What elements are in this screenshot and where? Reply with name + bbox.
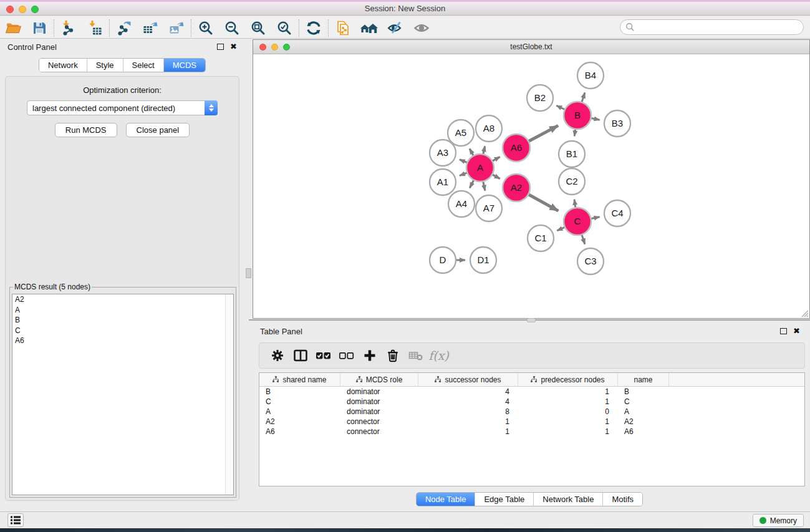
table-cell[interactable]: 1 [518, 397, 618, 406]
float-panel-icon[interactable] [780, 328, 787, 334]
table-cell[interactable]: A2 [259, 417, 340, 426]
table-cell[interactable]: C [618, 397, 669, 406]
run-mcds-button[interactable]: Run MCDS [55, 123, 117, 137]
graph-node-B3[interactable]: B3 [604, 110, 630, 137]
column-header-predecessor-nodes[interactable]: predecessor nodes [518, 373, 618, 386]
graph-node-A8[interactable]: A8 [476, 115, 502, 142]
select-all-button[interactable] [312, 345, 335, 366]
search-input[interactable] [635, 21, 803, 34]
graph-node-B1[interactable]: B1 [559, 141, 585, 167]
mcds-result-item[interactable]: A6 [12, 336, 233, 346]
table-cell[interactable]: A6 [259, 427, 340, 436]
export-network-button[interactable] [111, 18, 137, 38]
vertical-splitter-grip[interactable] [246, 268, 251, 278]
table-row[interactable]: Adominator80A [259, 407, 804, 417]
horizontal-splitter-grip[interactable] [527, 318, 536, 322]
mcds-result-item[interactable]: A [12, 305, 233, 316]
import-network-button[interactable] [55, 18, 82, 38]
table-cell[interactable]: connector [340, 417, 418, 426]
table-cell[interactable]: A6 [618, 427, 669, 436]
table-cell[interactable]: 8 [418, 407, 518, 416]
delete-columns-button[interactable] [381, 345, 404, 366]
table-cell[interactable]: dominator [340, 397, 418, 406]
minimize-window-button[interactable] [19, 6, 26, 13]
network-canvas[interactable]: B4B2BB3A5A8A6B1A3AA1C2A2A4A7C4CC1C3DD1 [253, 54, 809, 318]
table-cell[interactable]: A2 [618, 417, 669, 426]
zoom-selected-button[interactable] [271, 18, 297, 38]
mcds-result-item[interactable]: B [12, 315, 233, 326]
graph-node-D1[interactable]: D1 [470, 247, 496, 273]
graph-node-A5[interactable]: A5 [448, 120, 474, 146]
close-view-button[interactable] [259, 44, 266, 51]
memory-button[interactable]: Memory [753, 514, 804, 527]
table-cell[interactable]: A [618, 407, 669, 416]
split-view-button[interactable] [289, 345, 312, 366]
graph-node-A6[interactable]: A6 [503, 134, 530, 162]
table-cell[interactable]: dominator [340, 387, 418, 396]
export-image-button[interactable] [163, 18, 190, 38]
zoom-window-button[interactable] [31, 6, 39, 13]
show-tasks-button[interactable] [7, 513, 24, 527]
graph-node-C4[interactable]: C4 [604, 200, 630, 226]
graph-node-A3[interactable]: A3 [430, 140, 456, 166]
tab-network[interactable]: Network [39, 59, 87, 72]
graph-node-A2[interactable]: A2 [503, 174, 530, 201]
hide-graphics-details-button[interactable] [382, 18, 408, 38]
mcds-result-list[interactable]: A2ABCA6 [12, 294, 234, 495]
zoom-in-button[interactable] [193, 18, 219, 38]
network-graph[interactable]: B4B2BB3A5A8A6B1A3AA1C2A2A4A7C4CC1C3DD1 [253, 54, 809, 318]
graph-node-A4[interactable]: A4 [448, 191, 475, 217]
graph-node-B4[interactable]: B4 [577, 62, 604, 89]
delete-table-button[interactable] [404, 345, 427, 366]
tab-select[interactable]: Select [123, 59, 164, 72]
table-cell[interactable]: 1 [418, 427, 518, 436]
table-cell[interactable]: dominator [340, 407, 418, 416]
close-panel-icon[interactable]: ✖ [230, 44, 237, 50]
home-button[interactable] [356, 18, 382, 38]
tab-motifs[interactable]: Motifs [603, 493, 642, 506]
deselect-all-button[interactable] [335, 345, 358, 366]
table-cell[interactable]: connector [340, 427, 418, 436]
network-from-clipboard-button[interactable] [330, 18, 356, 38]
graph-node-A[interactable]: A [466, 154, 494, 181]
graph-node-C[interactable]: C [564, 208, 591, 235]
close-window-button[interactable] [6, 6, 14, 13]
table-cell[interactable]: 0 [518, 407, 618, 416]
minimize-view-button[interactable] [271, 44, 278, 51]
function-builder-button[interactable]: f(x) [427, 345, 450, 366]
table-cell[interactable]: B [618, 387, 669, 396]
graph-node-B2[interactable]: B2 [527, 85, 553, 111]
resize-grip-icon[interactable] [800, 309, 809, 317]
table-cell[interactable]: C [259, 397, 340, 406]
graph-node-C2[interactable]: C2 [559, 168, 585, 195]
table-row[interactable]: Bdominator41B [259, 387, 804, 397]
mcds-result-item[interactable]: A2 [12, 294, 233, 305]
column-header-MCDS-role[interactable]: MCDS role [340, 373, 418, 386]
graph-node-D[interactable]: D [430, 247, 456, 273]
table-cell[interactable]: 4 [418, 397, 518, 406]
graph-node-A1[interactable]: A1 [430, 169, 456, 195]
table-cell[interactable]: 1 [518, 427, 618, 436]
add-column-button[interactable] [358, 345, 381, 366]
apply-layout-button[interactable] [301, 18, 327, 38]
graph-node-C3[interactable]: C3 [577, 248, 604, 274]
table-settings-button[interactable] [266, 345, 289, 366]
export-table-button[interactable] [137, 18, 163, 38]
table-cell[interactable]: A [259, 407, 340, 416]
tab-network-table[interactable]: Network Table [534, 493, 603, 506]
tab-mcds[interactable]: MCDS [164, 59, 205, 72]
optimization-criterion-select[interactable]: largest connected component (directed) [27, 100, 218, 115]
zoom-view-button[interactable] [283, 44, 290, 51]
tab-node-table[interactable]: Node Table [417, 493, 476, 506]
column-header-successor-nodes[interactable]: successor nodes [418, 373, 518, 386]
mcds-result-item[interactable]: C [12, 326, 233, 336]
zoom-fit-button[interactable] [245, 18, 271, 38]
table-cell[interactable]: 1 [518, 417, 618, 426]
tab-edge-table[interactable]: Edge Table [475, 493, 534, 506]
table-cell[interactable]: 4 [418, 387, 518, 396]
table-row[interactable]: Cdominator41C [259, 397, 804, 407]
table-row[interactable]: A6connector11A6 [259, 427, 804, 437]
table-cell[interactable]: B [259, 387, 340, 396]
column-header-name[interactable]: name [618, 373, 669, 386]
column-header-shared-name[interactable]: shared name [259, 373, 340, 386]
